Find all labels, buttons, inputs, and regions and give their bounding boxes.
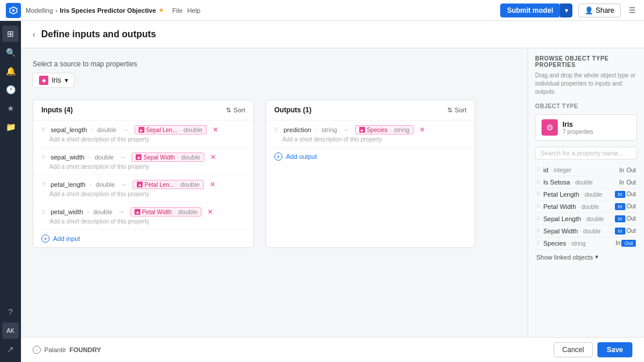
show-linked-button[interactable]: Show linked objects ▾	[535, 250, 637, 264]
in-out-group: In Out	[615, 240, 636, 247]
out-label[interactable]: Out	[627, 191, 636, 198]
add-icon: +	[274, 152, 282, 161]
drag-handle-icon[interactable]: ⠿	[274, 127, 280, 133]
submit-dropdown-button[interactable]: ▾	[560, 3, 572, 17]
out-label[interactable]: Out	[627, 228, 636, 235]
back-arrow-icon[interactable]: ‹	[33, 30, 36, 39]
in-button[interactable]: In	[615, 191, 625, 198]
input-desc[interactable]: Add a short description of this property	[41, 136, 245, 143]
star-icon[interactable]: ★	[158, 6, 164, 14]
property-row: ⠿ id · integer In Out	[535, 164, 637, 176]
out-label[interactable]: Out	[627, 215, 636, 222]
in-button[interactable]: In	[615, 228, 625, 235]
footer-brand: ○ Palantir FOUNDRY	[33, 346, 101, 354]
mapped-name: Petal Width	[142, 209, 172, 215]
outputs-sort-label: Sort	[455, 107, 466, 113]
sidebar-icon-notifications[interactable]: 🔔	[2, 63, 19, 79]
sidebar-icon-avatar[interactable]: AK	[2, 322, 19, 339]
sidebar-icon-starred[interactable]: ★	[2, 100, 19, 116]
menu-button[interactable]: ☰	[627, 3, 638, 17]
remove-button[interactable]: ✕	[207, 208, 213, 216]
obj-type-label: Object type	[535, 103, 637, 109]
drag-handle-icon[interactable]: ⠿	[41, 209, 47, 215]
remove-button[interactable]: ✕	[210, 153, 216, 161]
outputs-header: Outputs (1) ⇅ Sort	[266, 100, 475, 120]
prop-name: Sepal Width · double	[543, 228, 613, 235]
in-label[interactable]: In	[620, 167, 624, 173]
help-menu[interactable]: Help	[187, 7, 201, 14]
input-row-main: ⠿ petal_width · double → ◆ Petal Width ·…	[41, 207, 245, 217]
submit-model-button[interactable]: Submit model	[500, 3, 560, 17]
share-button[interactable]: 👤 Share	[578, 3, 621, 17]
mapped-icon: ◆	[137, 182, 143, 187]
field-name: petal_width	[51, 208, 83, 215]
drag-handle-icon[interactable]: ⠿	[41, 154, 47, 161]
drag-icon[interactable]: ⠿	[536, 228, 541, 234]
right-panel: BROWSE OBJECT TYPE PROPERTIES Drag and d…	[528, 48, 644, 337]
prop-name: Species · string	[543, 240, 613, 247]
save-button[interactable]: Save	[597, 342, 632, 357]
mapped-icon: ◆	[135, 209, 140, 215]
browse-title: BROWSE OBJECT TYPE PROPERTIES	[535, 55, 637, 68]
sidebar-icon-search[interactable]: 🔍	[2, 44, 19, 61]
app-logo	[6, 3, 21, 18]
sidebar-icon-help[interactable]: ?	[2, 304, 19, 320]
drag-icon[interactable]: ⠿	[536, 179, 541, 185]
mapped-type: double	[183, 126, 203, 133]
out-label[interactable]: Out	[627, 179, 636, 186]
mapped-name: Petal Len...	[144, 182, 174, 188]
input-row-main: ⠿ petal_length · double → ◆ Petal Len...…	[41, 180, 245, 189]
out-label[interactable]: Out	[627, 203, 636, 210]
input-row-main: ⠿ sepal_length · double → ◆ Sepal Len...…	[41, 125, 245, 134]
submit-group: Submit model ▾	[500, 3, 572, 17]
drag-icon[interactable]: ⠿	[536, 191, 541, 197]
drag-handle-icon[interactable]: ⠿	[41, 127, 47, 133]
in-out-group: In Out	[615, 203, 636, 210]
remove-button[interactable]: ✕	[419, 126, 425, 134]
remove-button[interactable]: ✕	[213, 126, 218, 134]
source-selector[interactable]: ◆ Iris ▾	[33, 73, 75, 88]
sidebar-icon-history[interactable]: 🕐	[2, 81, 19, 98]
in-button[interactable]: In	[615, 203, 625, 210]
sidebar-icon-files[interactable]: 📁	[2, 119, 19, 135]
page-header: ‹ Define inputs and outputs	[21, 21, 644, 48]
out-button[interactable]: Out	[621, 240, 636, 247]
drag-icon[interactable]: ⠿	[536, 167, 541, 173]
file-menu[interactable]: File	[172, 7, 183, 14]
remove-button[interactable]: ✕	[210, 180, 215, 189]
in-label[interactable]: In	[615, 240, 620, 247]
property-search-input[interactable]	[535, 147, 637, 159]
breadcrumb-sep: ›	[55, 7, 58, 14]
drag-icon[interactable]: ⠿	[536, 216, 541, 222]
object-type-card[interactable]: ⚙ Iris 7 properties	[535, 114, 637, 141]
in-label[interactable]: In	[620, 179, 624, 186]
output-desc[interactable]: Add a short description of this property	[274, 136, 466, 143]
cancel-button[interactable]: Cancel	[554, 342, 593, 357]
in-button[interactable]: In	[615, 215, 625, 222]
out-label[interactable]: Out	[627, 167, 636, 173]
breadcrumb-root[interactable]: Modelling	[26, 7, 53, 14]
input-desc[interactable]: Add a short description of this property	[41, 218, 245, 225]
mapped-icon: ◆	[136, 154, 141, 160]
add-output-button[interactable]: + Add output	[266, 148, 475, 165]
prop-name: Petal Width · double	[543, 203, 613, 210]
mapped-tag: ◆ Petal Len... · double	[133, 180, 203, 189]
input-desc[interactable]: Add a short description of this property	[41, 164, 245, 170]
property-row: ⠿ Sepal Length · double In Out	[535, 213, 637, 225]
show-linked-label: Show linked objects	[536, 254, 593, 261]
user-icon: 👤	[585, 6, 593, 15]
inputs-title: Inputs (4)	[41, 106, 73, 114]
arrow-icon: →	[119, 154, 126, 161]
drag-handle-icon[interactable]: ⠿	[41, 182, 47, 188]
inputs-box: Inputs (4) ⇅ Sort ⠿ sepal_length ·	[33, 100, 254, 248]
sidebar-icon-home[interactable]: ⊞	[2, 26, 19, 42]
drag-icon[interactable]: ⠿	[536, 204, 541, 210]
object-type-info: Iris 7 properties	[562, 120, 593, 135]
sidebar-icon-expand[interactable]: ↗	[2, 341, 19, 357]
outputs-sort-button[interactable]: ⇅ Sort	[447, 107, 466, 114]
inputs-sort-button[interactable]: ⇅ Sort	[226, 107, 245, 114]
content-area: Select a source to map properties ◆ Iris…	[21, 48, 644, 337]
drag-icon[interactable]: ⠿	[536, 240, 541, 246]
add-input-button[interactable]: + Add input	[33, 230, 253, 247]
input-desc[interactable]: Add a short description of this property	[41, 191, 245, 197]
